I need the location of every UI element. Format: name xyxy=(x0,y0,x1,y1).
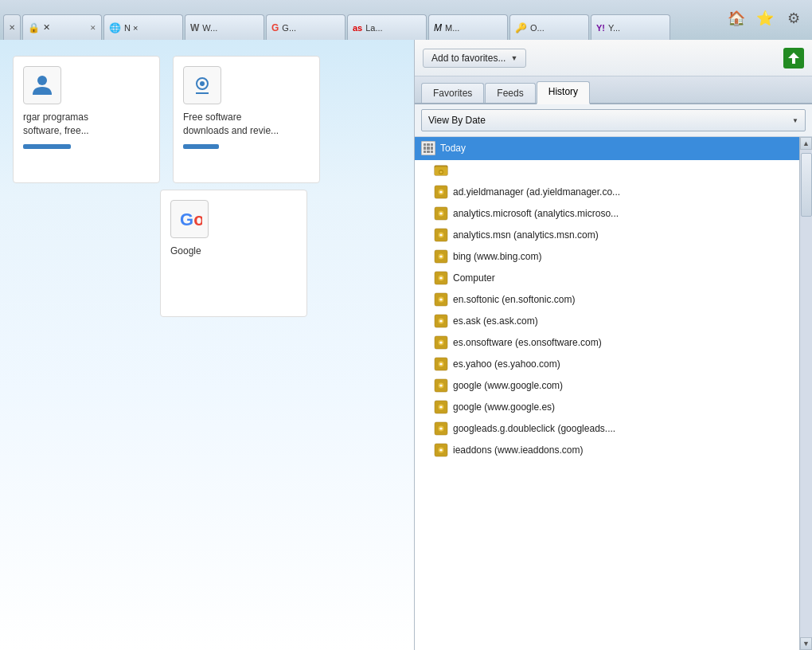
favorites-star-icon[interactable]: ⭐ xyxy=(753,6,777,30)
history-item-analytics-msn[interactable]: analytics.msn (analytics.msn.com) xyxy=(415,225,799,246)
site-label-ieaddons: ieaddons (www.ieaddons.com) xyxy=(453,444,583,456)
tab-3-label: W... xyxy=(202,23,217,33)
view-dropdown-label: View By Date xyxy=(428,115,486,126)
site-label-es-ask: es.ask (es.ask.com) xyxy=(453,315,538,327)
tab-bar: ✕ 🔒 ✕ ✕ 🌐 N × W W... G G... as La... M M… xyxy=(0,0,812,40)
calendar-icon xyxy=(421,141,435,155)
tab-1-icon: 🔒 xyxy=(28,22,40,33)
history-item-en-softonic[interactable]: en.softonic (en.softonic.com) xyxy=(415,289,799,311)
tab-2-icon: 🌐 xyxy=(109,22,121,33)
history-item-folder[interactable] xyxy=(415,160,799,182)
history-today-header[interactable]: Today xyxy=(415,137,799,160)
today-label: Today xyxy=(440,143,466,154)
tab-feeds-label: Feeds xyxy=(497,88,523,99)
history-item-es-yahoo[interactable]: es.yahoo (es.yahoo.com) xyxy=(415,354,799,375)
favicon-en-softonic xyxy=(434,292,448,307)
site-label-es-yahoo: es.yahoo (es.yahoo.com) xyxy=(453,358,560,370)
tab-3[interactable]: W W... xyxy=(185,14,264,40)
add-favorites-bar: Add to favorites... ▼ xyxy=(415,40,812,76)
favorites-panel: Add to favorites... ▼ Favorites Feeds Hi… xyxy=(414,40,812,650)
history-item-es-ask[interactable]: es.ask (es.ask.com) xyxy=(415,311,799,332)
tab-5[interactable]: as La... xyxy=(347,14,427,40)
add-fav-dropdown-arrow: ▼ xyxy=(510,54,517,62)
favicon-computer xyxy=(434,271,448,285)
tab-4-icon: G xyxy=(271,22,279,33)
tab-4[interactable]: G G... xyxy=(266,14,345,40)
tab-7-label: O... xyxy=(530,23,545,33)
history-item-ad-yieldmanager[interactable]: ad.yieldmanager (ad.yieldmanager.co... xyxy=(415,182,799,203)
settings-gear-icon[interactable]: ⚙ xyxy=(782,6,806,30)
tab-8-icon: Y! xyxy=(596,23,605,33)
history-item-es-onsoftware[interactable]: es.onsoftware (es.onsoftware.com) xyxy=(415,332,799,354)
history-item-googleads[interactable]: googleads.g.doubleclick (googleads.... xyxy=(415,418,799,440)
card-3-icon-box: Goog xyxy=(170,200,209,238)
tab-6[interactable]: M M... xyxy=(428,14,508,40)
history-item-ieaddons[interactable]: ieaddons (www.ieaddons.com) xyxy=(415,440,799,461)
history-item-google-es[interactable]: google (www.google.es) xyxy=(415,397,799,418)
tab-4-label: G... xyxy=(282,23,296,33)
favicon-es-ask xyxy=(434,314,448,328)
svg-point-2 xyxy=(200,81,205,86)
favicon-googleads xyxy=(434,421,448,436)
site-label-es-onsoftware: es.onsoftware (es.onsoftware.com) xyxy=(453,337,602,348)
tab-favorites[interactable]: Favorites xyxy=(421,83,484,103)
tab-8-label: Y... xyxy=(608,23,620,33)
site-label-ad-yieldmanager: ad.yieldmanager (ad.yieldmanager.co... xyxy=(453,186,620,198)
tab-close-all[interactable]: ✕ xyxy=(3,14,21,40)
tab-history[interactable]: History xyxy=(537,81,590,104)
history-item-analytics-microsoft[interactable]: analytics.microsoft (analytics.microso..… xyxy=(415,203,799,225)
tab-2[interactable]: 🌐 N × xyxy=(103,14,183,40)
scrollbar-down-arrow[interactable]: ▼ xyxy=(800,637,812,650)
history-item-bing[interactable]: bing (www.bing.com) xyxy=(415,246,799,268)
card-1-icon-box xyxy=(23,66,61,104)
tab-1-label: ✕ xyxy=(43,22,50,33)
home-icon[interactable]: 🏠 xyxy=(724,6,748,30)
favicon-google-es xyxy=(434,400,448,414)
svg-marker-4 xyxy=(788,53,799,64)
favicon-ieaddons xyxy=(434,443,448,457)
add-to-favorites-button[interactable]: Add to favorites... ▼ xyxy=(423,49,526,68)
tab-8[interactable]: Y! Y... xyxy=(591,14,670,40)
history-list: Today ad.yieldmanager (ad. xyxy=(415,137,799,650)
view-by-date-dropdown[interactable]: View By Date ▼ xyxy=(421,109,806,131)
card-1-bar xyxy=(23,144,71,149)
content-row-1: rgar programassoftware, free... Free sof… xyxy=(13,56,377,183)
content-card-2: Free softwaredownloads and revie... xyxy=(173,56,320,183)
nav-icons: 🏠 ⭐ ⚙ xyxy=(724,6,806,30)
favicon-analytics-msn xyxy=(434,228,448,242)
favicon-es-onsoftware xyxy=(434,335,448,350)
history-item-computer[interactable]: Computer xyxy=(415,268,799,289)
tab-3-icon: W xyxy=(190,22,199,33)
favicon-google-com xyxy=(434,378,448,393)
scrollbar-up-arrow[interactable]: ▲ xyxy=(800,137,812,150)
tab-feeds[interactable]: Feeds xyxy=(485,83,535,103)
history-item-google-com[interactable]: google (www.google.com) xyxy=(415,375,799,397)
site-label-google-com: google (www.google.com) xyxy=(453,380,563,391)
green-arrow-icon xyxy=(787,51,801,65)
content-card-3: Goog Google xyxy=(160,190,307,317)
view-dropdown-wrap: View By Date ▼ xyxy=(415,104,812,137)
tab-5-label: La... xyxy=(365,23,382,33)
tab-6-label: M... xyxy=(445,23,459,33)
download-icon xyxy=(189,72,215,98)
favicon-analytics-microsoft xyxy=(434,206,448,221)
tab-7[interactable]: 🔑 O... xyxy=(509,14,589,40)
fav-tabs-row: Favorites Feeds History xyxy=(415,76,812,104)
site-label-analytics-microsoft: analytics.microsoft (analytics.microso..… xyxy=(453,208,619,219)
scrollbar-thumb[interactable] xyxy=(801,153,812,217)
view-dropdown-arrow: ▼ xyxy=(792,117,798,124)
tab-5-icon: as xyxy=(353,23,362,33)
site-label-computer: Computer xyxy=(453,272,495,284)
tab-1-close[interactable]: ✕ xyxy=(90,24,96,32)
svg-text:Goog: Goog xyxy=(180,209,202,229)
site-label-en-softonic: en.softonic (en.softonic.com) xyxy=(453,294,575,305)
content-area: rgar programassoftware, free... Free sof… xyxy=(0,40,390,650)
favicon-ad-yieldmanager xyxy=(434,185,448,199)
tab-1[interactable]: 🔒 ✕ ✕ xyxy=(22,14,102,40)
svg-point-0 xyxy=(37,76,47,85)
green-icon-button[interactable] xyxy=(783,48,804,69)
card-2-text: Free softwaredownloads and revie... xyxy=(183,111,310,138)
content-row-2: Goog Google xyxy=(13,196,377,317)
google-multicolor-icon: Goog xyxy=(177,206,202,232)
tab-2-label: N × xyxy=(124,23,138,33)
